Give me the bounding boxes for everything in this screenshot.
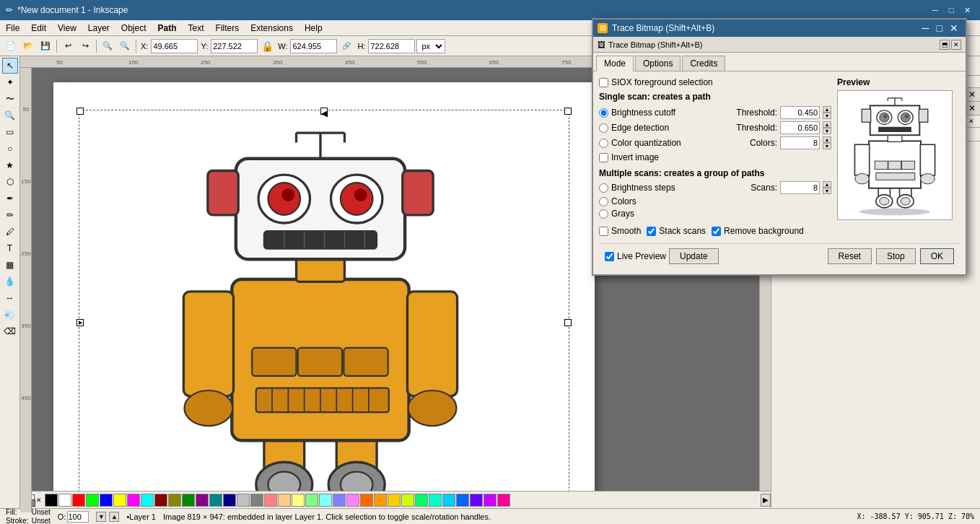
- menu-edit[interactable]: Edit: [25, 20, 52, 35]
- dialog-minimize-btn[interactable]: ─: [919, 22, 932, 34]
- scans-spin-down[interactable]: ▼: [823, 188, 831, 194]
- eraser-tool[interactable]: ⌫: [2, 323, 18, 339]
- close-fill-stroke-icon[interactable]: ✕: [967, 117, 976, 126]
- handle-tc[interactable]: ◀: [320, 108, 328, 115]
- transform-down-btn[interactable]: ▼: [96, 512, 106, 522]
- invert-checkbox[interactable]: [599, 153, 608, 162]
- swatch-7[interactable]: [141, 494, 154, 507]
- menu-text[interactable]: Text: [183, 20, 210, 35]
- swatch-22[interactable]: [346, 494, 359, 507]
- dialog-maximize-btn[interactable]: □: [934, 22, 945, 34]
- color-spin-up[interactable]: ▲: [823, 136, 831, 143]
- brightness-steps-radio[interactable]: [599, 183, 608, 193]
- swatch-9[interactable]: [168, 494, 181, 507]
- live-preview-check[interactable]: Live Preview: [605, 251, 666, 261]
- spray-tool[interactable]: 💨: [2, 307, 18, 323]
- zoom-out-btn[interactable]: 🔍: [117, 38, 133, 54]
- swatch-29[interactable]: [442, 494, 455, 507]
- swatch-32[interactable]: [484, 494, 496, 507]
- swatch-25[interactable]: [388, 494, 401, 507]
- siox-checkbox[interactable]: [599, 78, 608, 87]
- swatch-30[interactable]: [456, 494, 469, 507]
- scans-input[interactable]: [780, 181, 820, 194]
- stack-checkbox[interactable]: [647, 227, 656, 236]
- smooth-check[interactable]: Smooth: [599, 226, 641, 236]
- opacity-input[interactable]: [67, 511, 89, 523]
- tweak-tool[interactable]: 〜: [2, 91, 18, 107]
- w-input[interactable]: [290, 39, 337, 53]
- swatch-5[interactable]: [113, 494, 126, 507]
- swatch-33[interactable]: [497, 494, 510, 507]
- removebg-check[interactable]: Remove background: [712, 226, 804, 236]
- calligraphy-tool[interactable]: 🖊: [2, 224, 18, 240]
- swatch-12[interactable]: [209, 494, 222, 507]
- ok-button[interactable]: OK: [920, 248, 954, 264]
- lock-aspect-btn2[interactable]: 🔗: [338, 38, 354, 54]
- brightness-spin-up[interactable]: ▲: [823, 106, 831, 113]
- swatch-28[interactable]: [429, 494, 442, 507]
- rect-tool[interactable]: ▭: [2, 124, 18, 140]
- menu-path[interactable]: Path: [152, 20, 183, 35]
- scans-spin-up[interactable]: ▲: [823, 181, 831, 188]
- tab-options[interactable]: Options: [635, 56, 681, 71]
- save-btn[interactable]: 💾: [38, 38, 53, 54]
- edge-threshold-input[interactable]: [780, 121, 820, 134]
- zoom-tool[interactable]: 🔍: [2, 108, 18, 123]
- dropper-tool[interactable]: 💧: [2, 274, 18, 289]
- dialog-close-btn[interactable]: ✕: [947, 22, 961, 34]
- swatch-21[interactable]: [333, 494, 346, 507]
- menu-help[interactable]: Help: [299, 20, 328, 35]
- close-button[interactable]: ✕: [960, 4, 974, 17]
- reset-button[interactable]: Reset: [828, 248, 872, 264]
- node-tool[interactable]: ✦: [2, 74, 18, 90]
- swatch-1[interactable]: [58, 494, 71, 507]
- grays-radio[interactable]: [599, 209, 608, 219]
- star-tool[interactable]: ★: [2, 157, 18, 173]
- edge-spin-down[interactable]: ▼: [823, 128, 831, 134]
- minimize-button[interactable]: ─: [928, 4, 942, 17]
- close-export-icon[interactable]: ✕: [968, 89, 976, 100]
- 3d-box-tool[interactable]: ⬡: [2, 174, 18, 190]
- swatch-6[interactable]: [127, 494, 140, 507]
- connector-tool[interactable]: ↔: [2, 290, 18, 306]
- swatch-27[interactable]: [415, 494, 428, 507]
- handle-ml[interactable]: ▶: [76, 319, 84, 326]
- text-tool[interactable]: T: [2, 240, 18, 256]
- brightness-radio[interactable]: [599, 108, 608, 118]
- redo-btn[interactable]: ↪: [77, 38, 93, 54]
- swatch-17[interactable]: [278, 494, 291, 507]
- stack-check[interactable]: Stack scans: [647, 226, 706, 236]
- palette-scroll-right[interactable]: ▶: [761, 494, 771, 507]
- smooth-checkbox[interactable]: [599, 227, 608, 236]
- stop-button[interactable]: Stop: [876, 248, 916, 264]
- menu-extensions[interactable]: Extensions: [245, 20, 299, 35]
- handle-tr[interactable]: [564, 108, 572, 115]
- no-color-btn[interactable]: ✕: [36, 497, 42, 504]
- update-button[interactable]: Update: [669, 248, 719, 264]
- circle-tool[interactable]: ○: [2, 141, 18, 157]
- swatch-20[interactable]: [319, 494, 332, 507]
- undo-btn[interactable]: ↩: [60, 38, 76, 54]
- menu-file[interactable]: File: [0, 20, 25, 35]
- select-tool[interactable]: ↖: [2, 58, 18, 74]
- edge-spin-up[interactable]: ▲: [823, 121, 831, 128]
- swatch-23[interactable]: [360, 494, 373, 507]
- y-input[interactable]: [211, 39, 258, 53]
- x-input[interactable]: [151, 39, 198, 53]
- colors-multi-radio[interactable]: [599, 197, 608, 206]
- swatch-14[interactable]: [237, 494, 250, 507]
- dialog2-close-btn[interactable]: ✕: [951, 40, 961, 50]
- gradient-tool[interactable]: ▦: [2, 257, 18, 273]
- menu-filters[interactable]: Filters: [210, 20, 245, 35]
- removebg-checkbox[interactable]: [712, 227, 721, 236]
- swatch-16[interactable]: [264, 494, 277, 507]
- menu-view[interactable]: View: [52, 20, 82, 35]
- swatch-18[interactable]: [292, 494, 305, 507]
- tab-credits[interactable]: Credits: [682, 56, 725, 71]
- layer-area[interactable]: •Layer 1: [126, 512, 156, 521]
- swatch-4[interactable]: [100, 494, 113, 507]
- menu-object[interactable]: Object: [115, 20, 152, 35]
- swatch-10[interactable]: [182, 494, 195, 507]
- dialog2-undock-btn[interactable]: ⬒: [940, 40, 950, 50]
- swatch-8[interactable]: [154, 494, 167, 507]
